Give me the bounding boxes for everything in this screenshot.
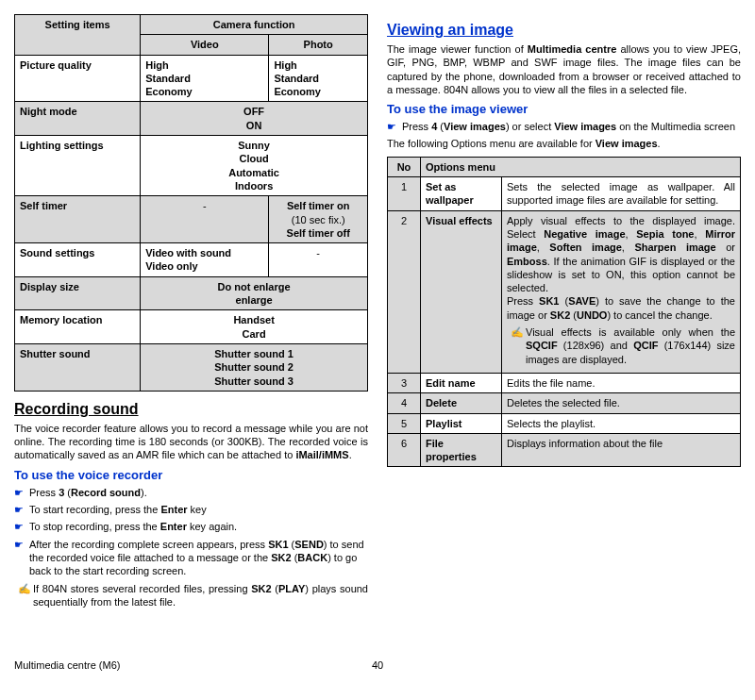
li4a: After the recording complete screen appe… <box>29 539 268 550</box>
opt1-desc: Sets the selected image as wallpaper. Al… <box>502 177 741 211</box>
voice-recorder-steps: Press 3 (Record sound). To start recordi… <box>14 486 368 578</box>
opt1-no: 1 <box>388 177 421 211</box>
d2t: ( <box>570 309 577 321</box>
opt2-name: Visual effects <box>421 210 502 373</box>
row-sound-photo: - <box>269 243 368 277</box>
opt3-desc: Edits the file name. <box>502 373 741 392</box>
th-camera-function: Camera function <box>141 15 368 35</box>
recording-p1-c: . <box>349 449 352 460</box>
n1b: SK2 <box>251 583 271 594</box>
opt4-desc: Deletes the selected file. <box>502 393 741 413</box>
n2b: SQCIF <box>526 340 558 351</box>
step-stop-recording: To stop recording, press the Enter key a… <box>29 520 368 533</box>
page-footer: Multimedia centre (M6) 40 <box>14 659 741 671</box>
left-column: Setting items Camera function Video Phot… <box>14 14 368 612</box>
n1d: PLAY <box>278 583 305 594</box>
li4b: SK1 <box>268 539 288 550</box>
vp1a: The image viewer function of <box>387 43 528 55</box>
n2c: (128x96) and <box>558 340 634 351</box>
step-press-4: Press 4 (View images) or select View ima… <box>402 120 741 133</box>
li3a: To stop recording, press the <box>29 521 160 532</box>
camera-settings-table: Setting items Camera function Video Phot… <box>14 14 368 392</box>
heading-recording-sound: Recording sound <box>14 401 368 418</box>
li1e: ). <box>141 487 147 498</box>
d2k: or <box>716 242 735 253</box>
opt6-desc: Displays information about the file <box>502 433 741 467</box>
opt6-no: 6 <box>388 433 421 467</box>
d2j: Sharpen image <box>634 242 715 253</box>
th-photo: Photo <box>269 35 368 55</box>
d2e: , <box>695 228 706 240</box>
heading-voice-recorder: To use the voice recorder <box>14 468 368 482</box>
step-after-recording: After the recording complete screen appe… <box>29 538 368 578</box>
opt2-desc: Apply visual effects to the displayed im… <box>502 210 741 373</box>
recording-paragraph: The voice recorder feature allows you to… <box>14 422 368 462</box>
row-display-label: Display size <box>15 276 141 310</box>
self-timer-off: Self timer off <box>287 227 350 239</box>
d2d: Sepia tone <box>636 228 694 240</box>
options-menu-table: No Options menu 1 Set as wallpaper Sets … <box>387 157 741 468</box>
d2i: , <box>622 242 635 253</box>
d2o: SK1 <box>539 295 559 307</box>
li2a: To start recording, press the <box>29 504 160 515</box>
self-timer-on: Self timer on <box>287 200 350 211</box>
row-self-timer-photo: Self timer on (10 sec fix.) Self timer o… <box>269 196 368 243</box>
d2v: ) to cancel the change. <box>607 309 712 321</box>
options-intro: The following Options menu are available… <box>387 137 741 150</box>
li4h: BACK <box>297 552 327 563</box>
row-sound-label: Sound settings <box>15 243 141 277</box>
row-picture-quality-video: High Standard Economy <box>141 55 269 102</box>
row-sound-video: Video with sound Video only <box>141 243 269 277</box>
opt5-name: Playlist <box>421 413 502 433</box>
th-options-menu: Options menu <box>421 157 741 176</box>
footer-page-number: 40 <box>372 659 383 671</box>
li1d: Record sound <box>71 487 141 498</box>
li3b: Enter <box>160 521 187 532</box>
opt2-no: 2 <box>388 210 421 373</box>
n2d: QCIF <box>633 340 658 351</box>
li4d: SEND <box>294 539 324 550</box>
d2p: ( <box>560 295 569 307</box>
row-memory-label: Memory location <box>15 310 141 344</box>
recording-p1-b: iMail/iMMS <box>295 449 348 460</box>
viewing-paragraph: The image viewer function of Multimedia … <box>387 42 741 96</box>
v1e: ) or select <box>506 121 554 132</box>
vp1b: Multimedia centre <box>528 43 617 55</box>
step-start-recording: To start recording, press the Enter key <box>29 503 368 516</box>
n1a: If 804N stores several recorded files, p… <box>33 583 251 594</box>
row-memory-val: Handset Card <box>141 310 368 344</box>
heading-viewing-image: Viewing an image <box>387 22 741 39</box>
row-night-mode-val: OFF ON <box>141 102 368 136</box>
row-picture-quality-label: Picture quality <box>15 55 141 102</box>
opt4-no: 4 <box>388 393 421 413</box>
row-shutter-val: Shutter sound 1 Shutter sound 2 Shutter … <box>141 343 368 391</box>
image-viewer-steps: Press 4 (View images) or select View ima… <box>387 120 741 133</box>
th-video: Video <box>141 35 269 55</box>
th-no: No <box>388 157 421 176</box>
d2l: Emboss <box>507 256 547 267</box>
li4f: SK2 <box>271 552 291 563</box>
row-night-mode-label: Night mode <box>15 102 141 136</box>
li3c: key again. <box>187 521 237 532</box>
right-column: Viewing an image The image viewer functi… <box>387 14 741 612</box>
row-lighting-label: Lighting settings <box>15 136 141 196</box>
d2h: Soften image <box>549 242 622 253</box>
n1c: ( <box>272 583 278 594</box>
page-columns: Setting items Camera function Video Phot… <box>14 14 741 612</box>
step-press-3: Press 3 (Record sound). <box>29 486 368 499</box>
v1f: View images <box>554 121 616 132</box>
opt1-name: Set as wallpaper <box>421 177 502 211</box>
row-self-timer-label: Self timer <box>15 196 141 243</box>
oia: The following Options menu are available… <box>387 138 596 149</box>
row-picture-quality-photo: High Standard Economy <box>269 55 368 102</box>
li2b: Enter <box>160 504 187 515</box>
v1a: Press <box>402 121 431 132</box>
opt2-note: Visual effects is available only when th… <box>511 325 735 366</box>
li1a: Press <box>29 487 59 498</box>
opt4-name: Delete <box>421 393 502 413</box>
opt5-desc: Selects the playlist. <box>502 413 741 433</box>
v1g: on the Multimedia screen <box>616 121 735 132</box>
opt6-name: File properties <box>421 433 502 467</box>
d2q: SAVE <box>568 295 596 307</box>
note-sk2-play: If 804N stores several recorded files, p… <box>18 582 368 609</box>
